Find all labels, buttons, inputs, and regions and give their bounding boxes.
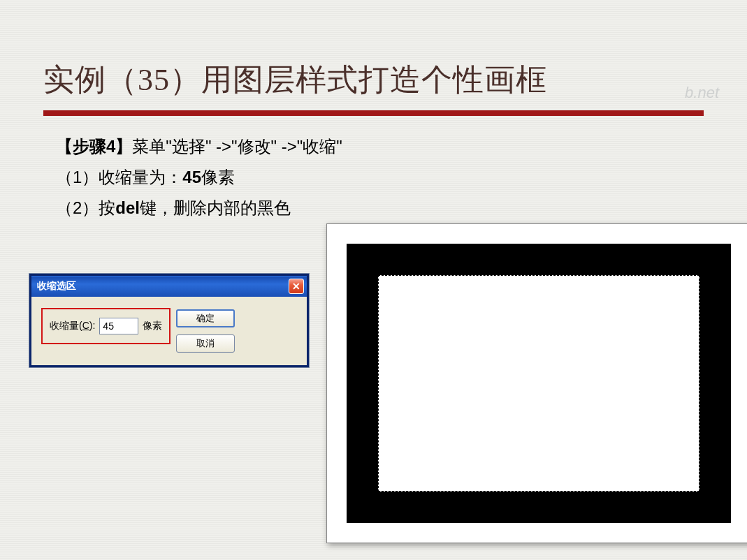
step2-suffix: 像素 xyxy=(201,168,235,186)
result-preview xyxy=(326,223,747,543)
field-hotkey: C xyxy=(82,320,89,331)
field-label-pre: 收缩量( xyxy=(50,320,82,331)
slide-title: 实例（35）用图层样式打造个性画框 xyxy=(43,59,704,101)
dialog-body: 收缩量(C): 像素 确定 取消 xyxy=(31,297,307,365)
step-line-1: 【步骤4】菜单"选择" ->"修改" ->"收缩" xyxy=(56,131,704,162)
contract-dialog: 收缩选区 ✕ 收缩量(C): 像素 确定 取消 xyxy=(29,274,309,367)
contract-amount-input[interactable] xyxy=(99,318,138,334)
step-prefix: 【步骤4】 xyxy=(56,137,132,156)
dialog-title: 收缩选区 xyxy=(37,280,76,293)
field-label: 收缩量(C): xyxy=(50,320,95,332)
step-line-2: （1）收缩量为：45像素 xyxy=(56,162,704,193)
dialog-buttons: 确定 取消 xyxy=(176,309,235,353)
step2-prefix: （1）收缩量为： xyxy=(56,168,182,186)
ok-button[interactable]: 确定 xyxy=(176,309,235,327)
step3-prefix: （2）按 xyxy=(56,198,115,217)
field-label-post: ): xyxy=(89,320,96,331)
contract-field-group: 收缩量(C): 像素 xyxy=(41,308,171,344)
step-line-3: （2）按del键，删除内部的黑色 xyxy=(56,193,704,223)
cancel-button[interactable]: 取消 xyxy=(176,334,235,353)
step3-suffix: 键，删除内部的黑色 xyxy=(140,198,291,217)
step-rest: 菜单"选择" ->"修改" ->"收缩" xyxy=(132,137,342,156)
close-button[interactable]: ✕ xyxy=(289,279,304,294)
body-text: 【步骤4】菜单"选择" ->"修改" ->"收缩" （1）收缩量为：45像素 （… xyxy=(43,131,704,223)
dialog-titlebar[interactable]: 收缩选区 ✕ xyxy=(31,276,307,297)
field-unit: 像素 xyxy=(143,320,162,332)
frame-inner-selection xyxy=(378,275,699,492)
step3-key: del xyxy=(115,198,140,217)
title-underline xyxy=(43,110,704,116)
step2-value: 45 xyxy=(182,168,201,186)
close-icon: ✕ xyxy=(292,281,300,292)
